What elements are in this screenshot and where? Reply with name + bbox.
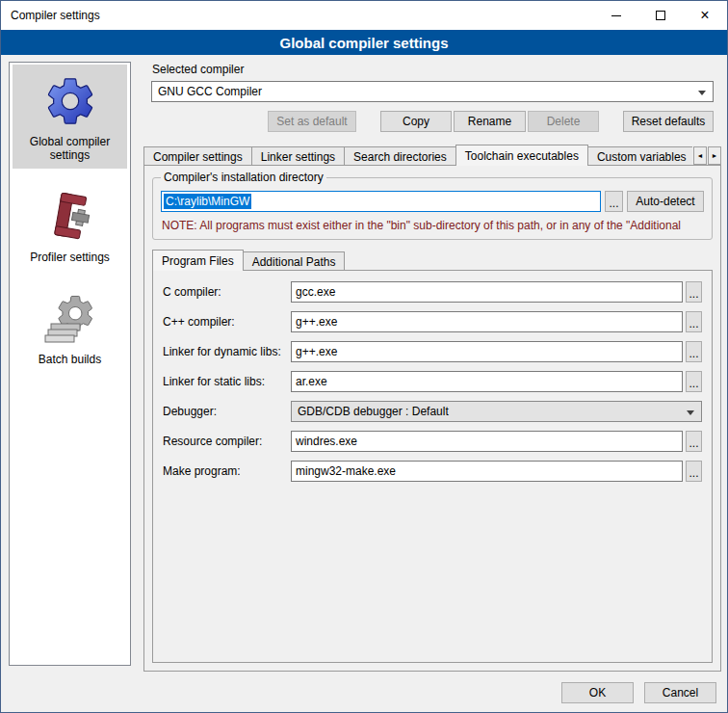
rename-button[interactable]: Rename — [454, 111, 526, 132]
install-dir-input[interactable]: C:\raylib\MinGW — [161, 191, 601, 212]
close-button[interactable]: × — [683, 1, 727, 30]
titlebar: Compiler settings × — [1, 1, 727, 30]
field-label: Make program: — [163, 464, 291, 478]
auto-detect-button[interactable]: Auto-detect — [627, 191, 704, 212]
page-title: Global compiler settings — [1, 30, 727, 55]
set-as-default-button[interactable]: Set as default — [268, 111, 356, 132]
maximize-icon — [656, 11, 665, 20]
sidebar-item-label: Global compiler settings — [14, 135, 125, 162]
compiler-combobox[interactable]: GNU GCC Compiler — [151, 81, 714, 102]
cpp-compiler-input[interactable]: g++.exe — [291, 311, 683, 332]
compiler-settings-dialog: Compiler settings × Global compiler sett… — [0, 0, 728, 713]
resource-compiler-browse-button[interactable]: ... — [686, 431, 702, 452]
blue-gear-icon — [42, 73, 98, 129]
toolchain-executables-panel: Compiler's installation directory C:\ray… — [143, 165, 721, 672]
copy-button[interactable]: Copy — [380, 111, 452, 132]
dialog-footer: OK Cancel — [551, 682, 716, 703]
field-label: Linker for static libs: — [163, 375, 291, 388]
debugger-dropdown-value: GDB/CDB debugger : Default — [298, 405, 449, 418]
sidebar-item-label: Batch builds — [39, 353, 101, 366]
field-row-c-compiler: C compiler: gcc.exe ... — [163, 281, 702, 303]
field-row-debugger: Debugger: GDB/CDB debugger : Default — [163, 401, 702, 422]
window-title: Compiler settings — [1, 9, 100, 22]
field-row-resource-compiler: Resource compiler: windres.exe ... — [163, 431, 702, 452]
installation-directory-row: C:\raylib\MinGW ... Auto-detect — [161, 191, 704, 212]
sidebar-item-profiler-settings[interactable]: Profiler settings — [13, 180, 127, 271]
minimize-button[interactable] — [594, 1, 638, 30]
close-icon: × — [700, 8, 709, 23]
field-row-make-program: Make program: mingw32-make.exe ... — [163, 461, 702, 482]
dynamic-linker-input[interactable]: g++.exe — [291, 341, 683, 362]
settings-tabs: Compiler settings Linker settings Search… — [143, 145, 721, 166]
static-linker-browse-button[interactable]: ... — [686, 371, 702, 392]
window-controls: × — [594, 1, 727, 30]
debugger-dropdown[interactable]: GDB/CDB debugger : Default — [291, 401, 702, 422]
delete-button[interactable]: Delete — [528, 111, 599, 132]
c-compiler-input[interactable]: gcc.exe — [291, 281, 683, 303]
field-label: Resource compiler: — [163, 435, 291, 448]
sidebar-item-label: Profiler settings — [30, 251, 110, 264]
chevron-down-icon — [687, 410, 694, 415]
main-panel: Selected compiler GNU GCC Compiler Set a… — [143, 61, 721, 672]
subtab-additional-paths[interactable]: Additional Paths — [243, 251, 346, 271]
arrow-right-icon: ► — [712, 152, 718, 159]
make-program-input[interactable]: mingw32-make.exe — [291, 461, 683, 482]
tab-search-directories[interactable]: Search directories — [344, 146, 456, 166]
resource-compiler-input[interactable]: windres.exe — [291, 431, 683, 452]
tab-scroll-left-button[interactable]: ◄ — [693, 146, 707, 165]
install-dir-browse-button[interactable]: ... — [605, 191, 623, 212]
tab-compiler-settings[interactable]: Compiler settings — [143, 146, 252, 166]
field-row-cpp-compiler: C++ compiler: g++.exe ... — [163, 311, 702, 332]
maximize-button[interactable] — [638, 1, 683, 30]
program-files-panel: C compiler: gcc.exe ... C++ compiler: g+… — [152, 270, 713, 663]
field-row-dynamic-linker: Linker for dynamic libs: g++.exe ... — [163, 341, 702, 362]
selected-compiler-label: Selected compiler — [152, 63, 721, 76]
installation-directory-group-title: Compiler's installation directory — [161, 171, 326, 184]
installation-directory-group: Compiler's installation directory C:\ray… — [152, 177, 713, 240]
c-compiler-browse-button[interactable]: ... — [686, 281, 702, 303]
make-program-browse-button[interactable]: ... — [686, 461, 702, 482]
field-label: C compiler: — [163, 285, 291, 299]
tab-scroll-right-button[interactable]: ► — [708, 146, 721, 165]
minimize-icon — [611, 15, 621, 16]
profiler-clamp-icon — [42, 189, 98, 245]
gray-gear-stack-icon — [42, 291, 98, 347]
settings-category-list: Global compiler settings Profiler settin… — [9, 62, 131, 666]
compiler-combobox-value: GNU GCC Compiler — [158, 85, 262, 98]
subtab-program-files[interactable]: Program Files — [152, 250, 244, 271]
cpp-compiler-browse-button[interactable]: ... — [686, 311, 702, 332]
install-dir-selected-text: C:\raylib\MinGW — [164, 194, 251, 209]
field-row-static-linker: Linker for static libs: ar.exe ... — [163, 371, 702, 392]
sidebar-item-batch-builds[interactable]: Batch builds — [13, 282, 127, 373]
tab-custom-variables[interactable]: Custom variables — [587, 146, 696, 166]
program-subtabs: Program Files Additional Paths — [152, 250, 713, 271]
compiler-actions: Set as default Copy Rename Delete Reset … — [151, 111, 714, 132]
dynamic-linker-browse-button[interactable]: ... — [686, 341, 702, 362]
field-label: Linker for dynamic libs: — [163, 345, 291, 358]
static-linker-input[interactable]: ar.exe — [291, 371, 683, 392]
sidebar-item-global-compiler-settings[interactable]: Global compiler settings — [13, 65, 127, 169]
arrow-left-icon: ◄ — [697, 152, 704, 159]
ok-button[interactable]: OK — [561, 682, 634, 703]
tab-toolchain-executables[interactable]: Toolchain executables — [455, 145, 588, 166]
chevron-down-icon — [698, 91, 706, 95]
tab-linker-settings[interactable]: Linker settings — [251, 146, 345, 166]
field-label: Debugger: — [163, 405, 291, 418]
field-label: C++ compiler: — [163, 315, 291, 329]
reset-defaults-button[interactable]: Reset defaults — [623, 111, 714, 132]
cancel-button[interactable]: Cancel — [644, 682, 716, 703]
tab-scroll-controls: ◄ ► — [692, 146, 721, 165]
install-dir-note: NOTE: All programs must exist either in … — [162, 219, 704, 232]
